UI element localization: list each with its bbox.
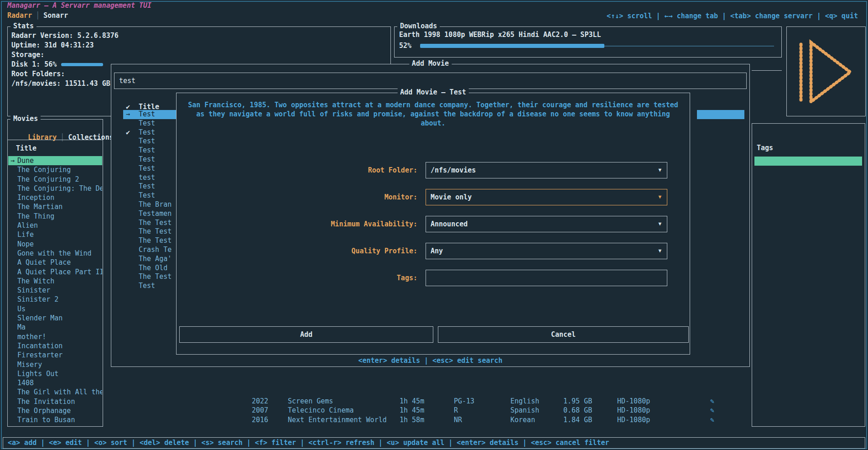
runtime-cell: 1h 58m [400,415,424,424]
movie-list-item[interactable]: Life [8,230,102,239]
movie-list-item[interactable]: The Conjuring 2 [8,175,102,184]
search-result-row[interactable]: Test [123,137,179,146]
movie-list-item[interactable]: The Girl with All the [8,387,102,397]
form-field-row: Root Folder: /nfs/movies ▼ [177,162,690,179]
dropdown-arrow-icon: ▼ [658,189,661,205]
tab-sonarr[interactable]: Sonarr [43,11,68,20]
movie-list-item[interactable]: →Dune [8,156,102,165]
quality-cell: HD-1080p [617,415,650,424]
library-table: 2022 Screen Gems 1h 45m PG-13 English 1.… [0,397,748,424]
movie-list-item[interactable]: Sinister 2 [8,295,102,304]
movie-list-item[interactable]: Incantation [8,341,102,351]
search-result-row[interactable]: The Test [123,272,179,282]
movie-list-item[interactable]: 1408 [8,378,102,387]
search-result-row[interactable]: Test [123,164,179,173]
library-table-row[interactable]: 2016 Next Entertainment World 1h 58m NR … [0,415,748,424]
search-result-row[interactable]: The Aga' [123,255,179,264]
movies-panel: Movies Library│Collections Title →Dune T… [7,119,103,427]
movie-list-item[interactable]: mother! [8,332,102,341]
movie-list-item[interactable]: Firestarter [8,351,102,360]
studio-cell: Next Entertainment World [288,415,387,424]
movie-list-item[interactable]: Nope [8,240,102,249]
field-dropdown[interactable]: Announced ▼ [426,216,667,232]
progress-fill [420,44,604,48]
movie-list-item[interactable]: Slender Man [8,314,102,323]
movie-list-item[interactable]: A Quiet Place Part II [8,267,102,277]
movie-list-item[interactable]: Alien [8,221,102,230]
library-table-row[interactable]: 2007 Telecinco Cinema 1h 45m R Spanish 0… [0,406,748,415]
size-cell: 0.68 GB [563,406,592,415]
movie-list-item[interactable]: The Martian [8,202,102,211]
movie-list-item[interactable]: The Conjuring [8,165,102,174]
search-result-row[interactable]: Crash Te [123,246,179,255]
movie-search-input[interactable] [118,73,743,89]
search-result-row[interactable]: ✔Test [123,128,179,137]
movie-list-item[interactable]: Inception [8,193,102,202]
movie-title: Us [17,305,26,313]
downloads-panel-title: Downloads [397,22,440,30]
search-result-row[interactable]: Test [123,191,179,200]
search-result-row[interactable]: The Test [123,227,179,236]
search-result-row[interactable]: The Test [123,219,179,228]
movie-list-item[interactable]: The Thing [8,212,102,221]
movie-list-item[interactable]: Ma [8,323,102,332]
edit-pencil-icon[interactable]: ✎ [710,397,714,406]
movies-panel-title: Movies [10,115,41,123]
search-result-row[interactable]: Test [123,155,179,164]
field-dropdown[interactable] [426,270,667,286]
field-dropdown[interactable]: /nfs/movies ▼ [426,162,667,178]
movie-list-item[interactable]: Lights Out [8,369,102,378]
search-result-row[interactable]: Test [123,119,179,128]
movie-title: Misery [17,361,42,369]
movie-list-item[interactable]: The Conjuring: The De [8,184,102,193]
library-table-row[interactable]: 2022 Screen Gems 1h 45m PG-13 English 1.… [0,397,748,406]
search-result-row[interactable]: Test [123,282,179,291]
field-label: Monitor: [385,193,417,201]
field-dropdown[interactable]: Any ▼ [426,243,667,259]
edit-pencil-icon[interactable]: ✎ [710,415,714,424]
cancel-button[interactable]: Cancel [438,326,689,343]
result-title: Test [139,137,155,146]
rating-cell: PG-13 [454,397,474,406]
stat-rootfolders-label: Root Folders: [11,70,65,78]
tab-library[interactable]: Library [28,133,57,141]
movie-list-item[interactable]: Misery [8,360,102,369]
search-result-row[interactable]: Test [123,146,179,155]
search-result-row[interactable]: The Bran [123,200,179,209]
servarr-tabs: Radarr│Sonarr [7,11,68,20]
result-title: Testamen [139,209,172,219]
selected-result-row-highlight[interactable] [697,110,744,119]
result-title: The Test [139,227,172,236]
movie-title: Life [17,230,34,239]
tab-radarr[interactable]: Radarr [7,11,32,20]
movie-title: Sinister 2 [17,295,58,303]
field-label: Tags: [397,274,417,282]
stat-version: Radarr Version: 5.2.6.8376 [11,31,119,40]
add-button[interactable]: Add [179,326,433,343]
search-result-row[interactable]: test [123,173,179,183]
search-result-row[interactable]: The Old [123,264,179,273]
movie-title: The Conjuring 2 [17,175,79,183]
quality-cell: HD-1080p [617,406,650,415]
edit-pencil-icon[interactable]: ✎ [710,406,714,415]
movie-list-item[interactable]: Gone with the Wind [8,249,102,258]
movie-title: Lights Out [17,370,58,378]
movie-list-item[interactable]: A Quiet Place [8,258,102,267]
field-label: Minimum Availability: [331,220,417,228]
selected-row-tags-cell[interactable] [754,157,862,166]
managarr-play-logo-icon [796,38,856,106]
tab-collections[interactable]: Collections [68,133,113,141]
title-column-header: Title [16,144,36,152]
movie-list-item[interactable]: Sinister [8,286,102,295]
search-result-row[interactable]: Testamen [123,209,179,219]
search-result-row[interactable]: Test [123,182,179,191]
search-result-row[interactable]: The Test [123,236,179,246]
field-dropdown[interactable]: Movie only ▼ [426,189,667,205]
field-value: Announced [431,216,468,232]
movie-list-item[interactable]: Us [8,304,102,314]
runtime-cell: 1h 45m [400,406,424,415]
year-cell: 2022 [252,397,268,406]
download-item-name: Earth 1998 1080p WEBRip x265 Hindi AAC2.… [399,31,601,39]
search-result-row[interactable]: →Test [123,110,179,119]
movie-list-item[interactable]: The Witch [8,277,102,286]
